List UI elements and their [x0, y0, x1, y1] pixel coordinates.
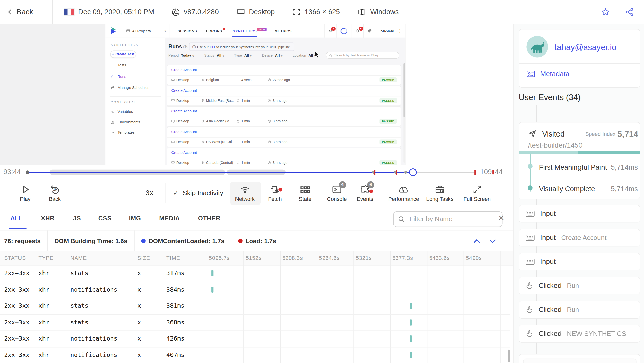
- app-tab-synthetics[interactable]: SYNTHETICSNEW: [233, 29, 267, 33]
- network-row[interactable]: 2xx–3xx xhr stats x 381ms: [0, 298, 510, 314]
- network-tab-xhr[interactable]: XHR: [41, 215, 54, 222]
- click-hand-icon: [526, 305, 533, 314]
- full-screen-toggle[interactable]: Full Screen: [464, 184, 491, 202]
- speed-toggle[interactable]: 3x: [146, 189, 153, 197]
- network-scrollbar-thumb[interactable]: [508, 350, 510, 362]
- project-selector[interactable]: All Projects ∨: [126, 29, 166, 33]
- partial-event-card[interactable]: [519, 354, 640, 363]
- user-email[interactable]: tahay@asayer.io: [555, 43, 616, 52]
- filter-period-value[interactable]: Today ∨: [181, 53, 194, 57]
- network-filter-box[interactable]: [393, 211, 502, 227]
- console-toggle[interactable]: 4 Console: [327, 184, 347, 202]
- jump-previous-icon[interactable]: [472, 236, 482, 246]
- filter-status-value[interactable]: All ∨: [217, 53, 224, 57]
- filter-device-label: Device: [262, 53, 273, 57]
- input-event-card[interactable]: Input Create Account: [519, 229, 640, 246]
- run-card[interactable]: Create Account Desktop Middle East (Ba..…: [167, 86, 401, 105]
- error-marker: [474, 170, 476, 175]
- sidebar-item-manage-schedules[interactable]: Manage Schedules: [111, 86, 149, 90]
- run-name[interactable]: Create Account: [167, 127, 401, 134]
- announcements-button[interactable]: 1: [325, 29, 337, 33]
- sidebar-item-runs[interactable]: Runs: [111, 75, 126, 79]
- performance-toggle[interactable]: Performance: [388, 184, 419, 202]
- cell-type: xhr: [38, 270, 49, 276]
- click-hand-icon: [526, 281, 533, 290]
- settings-button[interactable]: [364, 29, 376, 33]
- network-filter-input[interactable]: [409, 215, 485, 223]
- events-toggle[interactable]: 6 Events: [357, 184, 373, 202]
- network-row[interactable]: 2xx–3xx xhr notifications x 407ms: [0, 347, 510, 363]
- network-tab-media[interactable]: MEDIA: [159, 215, 180, 222]
- run-name[interactable]: Create Account: [167, 148, 401, 155]
- input-event-card[interactable]: Input: [519, 205, 640, 222]
- playhead-knob[interactable]: [409, 168, 417, 176]
- clicked-event-card[interactable]: Clicked Run: [519, 277, 640, 294]
- errors-notification-dot: [223, 28, 225, 30]
- environments-icon: [111, 120, 115, 124]
- error-marker: [396, 170, 397, 175]
- cli-link[interactable]: CLI: [210, 45, 215, 49]
- share-icon[interactable]: [625, 7, 634, 16]
- sidebar-item-tests[interactable]: Tests: [111, 63, 126, 67]
- network-toggle[interactable]: Network: [235, 184, 255, 202]
- kebab-menu-icon[interactable]: ⋮: [398, 29, 402, 33]
- run-name[interactable]: Create Account: [167, 86, 401, 93]
- user-card: tahay@asayer.io Metadata: [519, 29, 640, 88]
- close-panel-icon[interactable]: ×: [498, 213, 504, 223]
- run-name[interactable]: Create Account: [167, 107, 401, 113]
- back-button[interactable]: Back: [7, 8, 33, 16]
- load-progress-dark: [578, 151, 640, 154]
- app-tab-sessions[interactable]: SESSIONS: [178, 29, 197, 33]
- player-controls: Play 10 Back 3x ✓ Skip Inactivity Networ…: [0, 180, 513, 209]
- fetch-toggle[interactable]: Fetch: [268, 184, 282, 202]
- briefcase-clock-icon: [435, 184, 445, 195]
- state-toggle[interactable]: State: [299, 184, 311, 202]
- event-connector: [536, 319, 537, 325]
- fetch-activity-dot: [279, 188, 283, 192]
- search-icon: [329, 54, 332, 57]
- network-tab-img[interactable]: IMG: [129, 215, 141, 222]
- cell-time: 381ms: [166, 302, 184, 309]
- favorite-star-icon[interactable]: [601, 7, 610, 16]
- run-name[interactable]: Create Account: [167, 65, 401, 72]
- metadata-button[interactable]: Metadata: [526, 70, 569, 78]
- play-button[interactable]: Play: [20, 184, 31, 202]
- input-event-card[interactable]: Input: [519, 253, 640, 270]
- hyena-avatar-icon: [526, 36, 548, 57]
- run-card[interactable]: Create Account Desktop US West (N. Cal..…: [167, 127, 401, 147]
- run-card[interactable]: Create Account Desktop Belgium 4 secs 27…: [167, 65, 401, 85]
- network-tab-all[interactable]: ALL: [10, 215, 23, 222]
- network-row[interactable]: 2xx–3xx xhr notifications x 384ms: [0, 281, 510, 298]
- sidebar-item-templates[interactable]: Templates: [111, 130, 135, 134]
- filter-type-value[interactable]: All ∨: [244, 53, 252, 57]
- long-tasks-toggle[interactable]: Long Tasks: [426, 184, 453, 202]
- network-tab-css[interactable]: CSS: [98, 215, 112, 222]
- playback-timeline[interactable]: 93:44 109 44: [0, 165, 513, 180]
- user-menu[interactable]: KRAIEM: [376, 29, 398, 33]
- clicked-event-card[interactable]: Clicked Run: [519, 301, 640, 319]
- clicked-event-card[interactable]: Clicked NEW SYNTHETICS: [519, 325, 640, 342]
- dcl-dot-icon: [141, 238, 146, 243]
- network-row[interactable]: 2xx–3xx xhr stats x 368ms: [0, 314, 510, 331]
- run-card[interactable]: Create Account Desktop Canada (Central) …: [167, 148, 401, 165]
- runs-search-box[interactable]: Search by Test Name or #Tag: [326, 52, 399, 59]
- replayed-app-scrollbar[interactable]: [403, 63, 405, 163]
- visited-event-card[interactable]: Visited Speed Index 5,714 /test-builder/…: [519, 122, 640, 199]
- runs-title: Runs: [168, 43, 182, 50]
- back-10s-button[interactable]: 10 Back: [49, 184, 61, 202]
- app-tab-metrics[interactable]: METRICS: [275, 29, 292, 33]
- network-tab-other[interactable]: OTHER: [198, 215, 220, 222]
- network-row[interactable]: 2xx–3xx xhr notifications x 426ms: [0, 330, 510, 347]
- sidebar-item-variables[interactable]: Variables: [111, 110, 133, 114]
- network-row[interactable]: 2xx–3xx xhr stats x 317ms: [0, 265, 510, 282]
- notifications-button[interactable]: 33: [352, 29, 363, 33]
- skip-inactivity-toggle[interactable]: ✓ Skip Inactivity: [173, 189, 223, 197]
- app-tab-errors[interactable]: ERRORS: [206, 29, 222, 33]
- filter-device-value[interactable]: All ∨: [275, 53, 283, 57]
- sidebar-item-environments[interactable]: Environments: [111, 120, 140, 124]
- create-test-button[interactable]: + Create Test: [110, 51, 136, 58]
- network-tab-js[interactable]: JS: [73, 215, 81, 222]
- jump-next-icon[interactable]: [488, 236, 498, 246]
- cell-type: xhr: [38, 319, 49, 325]
- run-card[interactable]: Create Account Desktop Asia Pacific (M..…: [167, 107, 401, 126]
